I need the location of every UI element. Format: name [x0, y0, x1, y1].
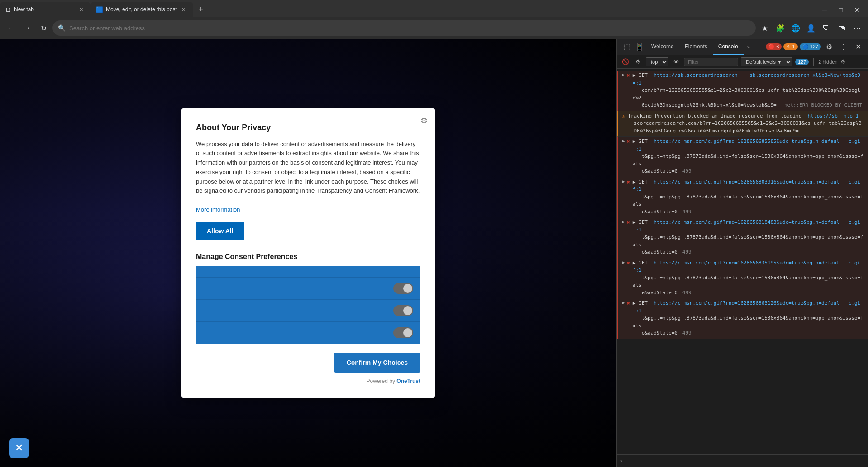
webpage-background: ⚙ About Your Privacy We process your dat… [0, 39, 616, 467]
tab-page-icon: 🗋 [5, 6, 11, 13]
top-level-select[interactable]: top [646, 57, 668, 66]
log-entry-6: ▶ ✖ ▶ GET https://c.msn.com/c.gif?rnd=16… [617, 258, 868, 299]
warn-icon-2: ⚠ [622, 113, 625, 119]
log-link-7a[interactable]: https://c.msn.com/c.gif?rnd=162865686312… [653, 300, 839, 306]
devtools-device-icon[interactable]: 📱 [633, 41, 646, 53]
favorites-icon[interactable]: ★ [758, 21, 772, 35]
back-button[interactable]: ← [4, 21, 18, 35]
browser-chrome: 🗋 New tab ✕ 🟦 Move, edit, or delete this… [0, 0, 868, 39]
search-icon: 🔍 [58, 24, 66, 32]
error-icon-5: ✖ [627, 219, 630, 226]
log-link-2a[interactable]: https://sb. ntp:1 [808, 113, 859, 119]
consent-items-list [196, 266, 420, 344]
log-entry-4: ▶ ✖ ▶ GET https://c.msn.com/c.gif?rnd=16… [617, 177, 868, 218]
consent-item-4[interactable] [196, 322, 420, 344]
devtools-close-icon[interactable]: ✕ [852, 41, 864, 53]
consent-item-3[interactable] [196, 300, 420, 322]
log-link-3a[interactable]: https://c.msn.com/c.gif?rnd=162865668558… [653, 138, 839, 144]
devtools-actions: 🔴 6 ⚠ 1 🔵 127 ⚙ ⋮ ✕ [766, 41, 864, 53]
devtools-settings-icon[interactable]: ⚙ [823, 41, 835, 53]
maximize-button[interactable]: □ [834, 3, 848, 17]
devtools-more-tabs[interactable]: » [744, 44, 754, 50]
console-prompt: › [620, 458, 622, 464]
log-expand-6[interactable]: ▶ [622, 259, 625, 265]
devtools-tab-welcome[interactable]: Welcome [646, 39, 679, 55]
shield-icon[interactable]: 🛡 [819, 21, 834, 35]
tab-close-new[interactable]: ✕ [77, 5, 85, 14]
log-link-4a[interactable]: https://c.msn.com/c.gif?rnd=162865680391… [653, 179, 839, 185]
minimize-button[interactable]: ─ [817, 3, 832, 17]
address-input[interactable] [69, 25, 750, 32]
log-expand-7[interactable]: ▶ [622, 300, 625, 306]
log-entry-2: ⚠ Tracking Prevention blocked an Image r… [617, 111, 868, 137]
close-x-button[interactable]: ✕ [9, 438, 29, 458]
address-bar[interactable]: 🔍 [52, 20, 756, 36]
nav-bar: ← → ↻ 🔍 ★ 🧩 🌐 👤 🛡 🛍 ⋯ [0, 17, 868, 39]
tab-title-new: New tab [14, 6, 34, 13]
tab-new-tab[interactable]: 🗋 New tab ✕ [0, 2, 91, 17]
consent-toggle-4[interactable] [393, 327, 413, 338]
confirm-button[interactable]: Confirm My Choices [334, 353, 420, 373]
consent-item-1[interactable] [196, 266, 420, 278]
devtools-toolbar: 🚫 ⚙ top 👁 Default levels ▼ 127 2 hidden … [617, 55, 868, 69]
tab-title-move: Move, edit, or delete this post [106, 6, 177, 13]
tab-close-move[interactable]: ✕ [180, 5, 188, 14]
warn-count-badge: ⚠ 1 [783, 43, 797, 50]
devtools-inspect-icon[interactable]: ⬚ [620, 41, 633, 53]
error-icon-1: ✖ [627, 72, 630, 79]
console-count-badge: 127 [795, 59, 809, 65]
tab-move-edit[interactable]: 🟦 Move, edit, or delete this post ✕ [91, 2, 193, 17]
close-window-button[interactable]: ✕ [850, 3, 864, 17]
privacy-modal: ⚙ About Your Privacy We process your dat… [181, 108, 435, 398]
devtools-clear-icon[interactable]: 🚫 [620, 57, 630, 67]
consent-item-2[interactable] [196, 278, 420, 300]
log-expand-4[interactable]: ▶ [622, 179, 625, 184]
error-icon-7: ✖ [627, 300, 630, 307]
devtools-tab-elements[interactable]: Elements [679, 39, 713, 55]
console-input-row: › [617, 454, 868, 467]
tab-favicon: 🟦 [96, 6, 103, 13]
consent-toggle-3[interactable] [393, 305, 413, 316]
extensions-icon[interactable]: 🧩 [773, 21, 787, 35]
tab-bar: 🗋 New tab ✕ 🟦 Move, edit, or delete this… [0, 0, 868, 17]
hidden-count-label: 2 hidden [818, 59, 837, 65]
modal-footer: Confirm My Choices Powered by OneTrust [196, 344, 420, 384]
devtools-panel: ⬚ 📱 Welcome Elements Console » 🔴 6 ⚠ 1 [616, 39, 868, 467]
new-tab-button[interactable]: + [193, 2, 209, 17]
consent-section-title: Manage Consent Preferences [196, 253, 420, 261]
console-filter-input[interactable] [684, 58, 738, 66]
log-entry-1: ▶ ✖ ▶ GET https://sb.scorecardresearch. … [617, 71, 868, 111]
browser-icon[interactable]: 🌐 [788, 21, 803, 35]
settings-icon[interactable]: ⋯ [850, 21, 864, 35]
consent-toggle-2[interactable] [393, 283, 413, 294]
console-log[interactable]: ▶ ✖ ▶ GET https://sb.scorecardresearch. … [617, 69, 868, 454]
reload-button[interactable]: ↻ [36, 21, 51, 35]
console-input[interactable] [625, 458, 864, 464]
shopping-icon[interactable]: 🛍 [835, 21, 849, 35]
devtools-eye-icon[interactable]: 👁 [671, 57, 681, 67]
console-settings-icon[interactable]: ⚙ [840, 58, 846, 65]
modal-overlay: ⚙ About Your Privacy We process your dat… [0, 39, 616, 467]
log-entry-5: ▶ ✖ ▶ GET https://c.msn.com/c.gif?rnd=16… [617, 217, 868, 258]
forward-button[interactable]: → [20, 21, 34, 35]
allow-all-button[interactable]: Allow All [196, 222, 244, 240]
nav-toolbar-icons: ★ 🧩 🌐 👤 🛡 🛍 ⋯ [758, 21, 864, 35]
onetrust-brand: OneTrust [396, 378, 420, 384]
log-expand-3[interactable]: ▶ [622, 138, 625, 144]
log-expand-1[interactable]: ▶ [622, 72, 625, 78]
devtools-filter-icon[interactable]: ⚙ [633, 57, 643, 67]
profile-icon[interactable]: 👤 [804, 21, 818, 35]
toolbar-separator [813, 58, 814, 66]
log-entry-3: ▶ ✖ ▶ GET https://c.msn.com/c.gif?rnd=16… [617, 137, 868, 177]
log-link-5a[interactable]: https://c.msn.com/c.gif?rnd=162865681848… [653, 219, 839, 225]
error-icon-4: ✖ [627, 179, 630, 185]
error-count-badge: 🔴 6 [766, 43, 782, 50]
log-expand-5[interactable]: ▶ [622, 219, 625, 225]
more-info-link[interactable]: More information [196, 206, 240, 213]
devtools-more-icon[interactable]: ⋮ [837, 41, 850, 53]
log-level-select[interactable]: Default levels ▼ [741, 57, 792, 66]
log-link-6a[interactable]: https://c.msn.com/c.gif?rnd=162865683519… [653, 260, 839, 266]
gear-icon[interactable]: ⚙ [420, 116, 428, 126]
log-link-1a[interactable]: https://sb.scorecardresearch. [653, 72, 740, 78]
devtools-tab-console[interactable]: Console [713, 39, 744, 55]
